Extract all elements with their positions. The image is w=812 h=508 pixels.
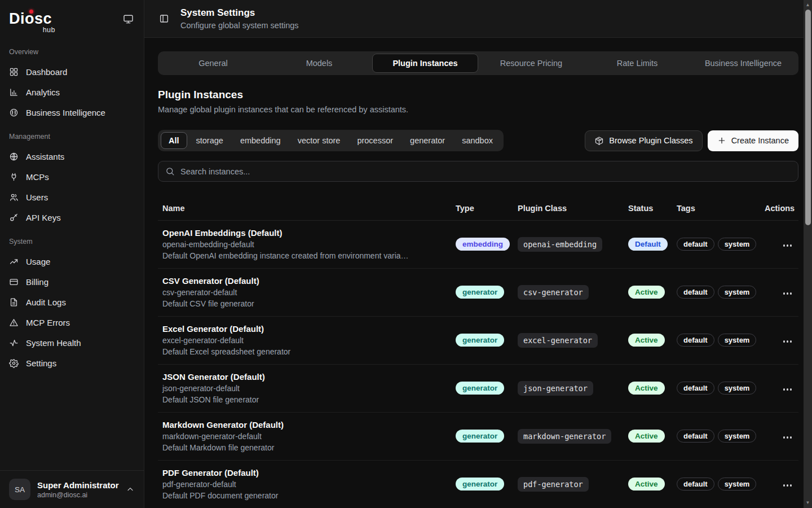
monitor-icon[interactable] [123, 14, 134, 24]
sidebar-item-label: Billing [26, 277, 48, 287]
filter-chip-all[interactable]: All [161, 132, 187, 149]
status-badge: Active [628, 286, 665, 299]
row-actions-menu-icon[interactable] [781, 433, 795, 442]
panel-toggle-icon[interactable] [159, 14, 169, 24]
instance-description: Default OpenAI embedding instance create… [162, 251, 456, 260]
toolbar: Allstorageembeddingvector storeprocessor… [158, 130, 798, 151]
create-instance-button[interactable]: Create Instance [708, 130, 798, 151]
plugin-class-code: pdf-generator [518, 477, 589, 492]
scrollbar-down-arrow[interactable]: ▼ [804, 501, 812, 505]
type-badge: generator [456, 478, 504, 491]
section-subtitle: Manage global plugin instances that can … [158, 105, 798, 114]
user-meta: Super Administrator admin@diosc.ai [37, 480, 119, 499]
instance-description: Default Markdown file generator [162, 443, 456, 452]
table-body: OpenAI Embeddings (Default)openai-embedd… [158, 221, 798, 508]
browse-plugin-classes-button[interactable]: Browse Plugin Classes [585, 130, 702, 151]
instance-description: Default Excel spreadsheet generator [162, 347, 456, 356]
tag-pill: system [718, 286, 757, 299]
sidebar-item-label: Assistants [26, 152, 64, 161]
sidebar-item-business-intelligence[interactable]: Business Intelligence [9, 102, 135, 122]
main-area: System Settings Configure global system … [144, 0, 812, 508]
plugin-class-code: excel-generator [518, 333, 598, 348]
row-actions-menu-icon[interactable] [781, 241, 795, 250]
status-cell: Active [628, 382, 677, 395]
filter-chip-generator[interactable]: generator [402, 132, 453, 149]
filter-chip-storage[interactable]: storage [188, 132, 231, 149]
column-header-status: Status [628, 204, 677, 213]
scrollbar-up-arrow[interactable]: ▲ [804, 3, 812, 7]
actions-cell [765, 383, 794, 394]
file-text-icon [9, 297, 19, 307]
page-subtitle: Configure global system settings [180, 21, 299, 30]
brand-sub: hub [43, 27, 55, 34]
settings-tabs: GeneralModelsPlugin InstancesResource Pr… [158, 51, 798, 75]
key-icon [9, 213, 19, 222]
tag-pill: default [677, 382, 714, 395]
table-row: Excel Generator (Default)excel-generator… [158, 317, 798, 365]
tags-cell: defaultsystem [677, 334, 765, 347]
sidebar-item-audit-logs[interactable]: Audit Logs [9, 292, 135, 312]
sidebar-item-label: Audit Logs [26, 297, 66, 307]
instance-name-cell: OpenAI Embeddings (Default)openai-embedd… [162, 228, 456, 260]
plugin-class-code: markdown-generator [518, 429, 611, 444]
app-logo: Diosc hub [9, 11, 52, 27]
search-input[interactable] [180, 167, 791, 176]
tag-pill: default [677, 478, 714, 491]
type-cell: generator [456, 334, 518, 347]
tab-general[interactable]: General [160, 54, 266, 73]
sidebar-item-mcp-errors[interactable]: MCP Errors [9, 312, 135, 332]
sidebar-item-billing[interactable]: Billing [9, 271, 135, 292]
tags-cell: defaultsystem [677, 382, 765, 395]
filter-chip-sandbox[interactable]: sandbox [454, 132, 501, 149]
plugin-class-cell: openai-embedding [518, 237, 628, 252]
row-actions-menu-icon[interactable] [781, 385, 795, 394]
column-header-tags: Tags [677, 204, 765, 213]
tags-cell: defaultsystem [677, 238, 765, 251]
status-badge: Active [628, 478, 665, 491]
scrollbar-thumb[interactable] [805, 10, 811, 225]
sidebar-item-mcps[interactable]: MCPs [9, 167, 135, 187]
sidebar-item-system-health[interactable]: System Health [9, 332, 135, 353]
status-cell: Active [628, 286, 677, 299]
scrollbar-track[interactable]: ▲ ▼ [804, 0, 812, 508]
sidebar-item-api-keys[interactable]: API Keys [9, 207, 135, 227]
sidebar-nav: OverviewDashboardAnalyticsBusiness Intel… [0, 34, 144, 470]
sidebar-item-usage[interactable]: Usage [9, 251, 135, 271]
filter-chip-embedding[interactable]: embedding [232, 132, 289, 149]
tab-rate-limits[interactable]: Rate Limits [584, 54, 690, 73]
row-actions-menu-icon[interactable] [781, 481, 795, 490]
row-actions-menu-icon[interactable] [781, 337, 795, 346]
sidebar-item-users[interactable]: Users [9, 187, 135, 207]
package-icon [594, 136, 604, 146]
sidebar-item-analytics[interactable]: Analytics [9, 82, 135, 102]
tags-cell: defaultsystem [677, 430, 765, 443]
tag-pill: system [718, 334, 757, 347]
sidebar-item-label: Dashboard [26, 67, 67, 77]
tag-pill: default [677, 238, 714, 251]
instance-name-cell: Markdown Generator (Default)markdown-gen… [162, 420, 456, 452]
tab-resource-pricing[interactable]: Resource Pricing [478, 54, 584, 73]
row-actions-menu-icon[interactable] [781, 289, 795, 298]
filter-chip-vector-store[interactable]: vector store [290, 132, 348, 149]
column-header-name: Name [162, 204, 456, 213]
sidebar-item-label: MCPs [26, 172, 49, 182]
sidebar-item-dashboard[interactable]: Dashboard [9, 62, 135, 82]
globe-icon [9, 152, 19, 161]
page-header: System Settings Configure global system … [144, 0, 812, 38]
tab-plugin-instances[interactable]: Plugin Instances [372, 54, 478, 73]
instance-name-cell: Excel Generator (Default)excel-generator… [162, 324, 456, 356]
chevron-up-icon [126, 485, 135, 494]
sidebar-item-settings[interactable]: Settings [9, 353, 135, 373]
user-menu[interactable]: SA Super Administrator admin@diosc.ai [0, 470, 144, 508]
bar-chart-icon [9, 87, 19, 97]
sidebar-item-assistants[interactable]: Assistants [9, 146, 135, 167]
type-cell: generator [456, 382, 518, 395]
filter-chip-processor[interactable]: processor [349, 132, 401, 149]
tag-pill: system [718, 238, 757, 251]
instance-name: PDF Generator (Default) [162, 468, 456, 478]
status-badge: Active [628, 382, 665, 395]
user-name: Super Administrator [37, 480, 119, 490]
tab-business-intelligence[interactable]: Business Intelligence [690, 54, 796, 73]
users-icon [9, 192, 19, 202]
tab-models[interactable]: Models [266, 54, 372, 73]
